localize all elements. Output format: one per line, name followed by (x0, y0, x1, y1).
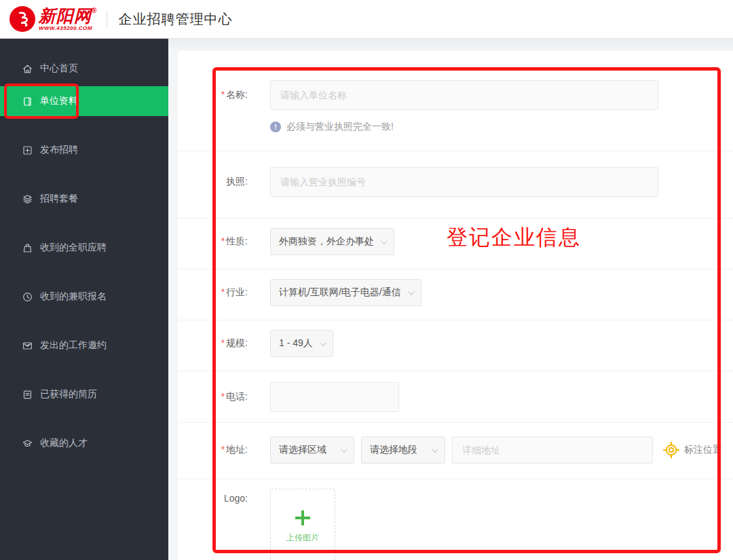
nature-select[interactable]: 外商独资，外企办事处 (270, 228, 394, 255)
envelope-icon (22, 340, 33, 352)
required-asterisk: * (221, 89, 225, 100)
sidebar-item-sent-invitations[interactable]: 发出的工作邀约 (0, 331, 168, 360)
name-note: ! 必须与营业执照完全一致! (270, 121, 733, 133)
industry-select-value: 计算机/互联网/电子电器/通信 (279, 286, 401, 299)
sidebar-item-label: 收到的全职应聘 (40, 242, 107, 254)
form-row-phone: *电话: (178, 371, 733, 423)
nature-select-value: 外商独资，外企办事处 (279, 236, 374, 248)
sidebar-item-label: 发出的工作邀约 (40, 339, 107, 352)
sidebar-item-label: 招聘套餐 (40, 193, 78, 205)
resume-icon (22, 389, 33, 400)
form-row-scale: *规模: 1 - 49人 (178, 320, 733, 371)
form-row-license: 执照: (178, 151, 733, 219)
sidebar-item-label: 发布招聘 (40, 144, 78, 156)
detail-address-input[interactable] (452, 436, 653, 464)
sidebar-item-company-profile[interactable]: 单位资料 (0, 86, 168, 116)
registered-mark: ® (92, 7, 97, 14)
section-select[interactable]: 请选择地段 (361, 436, 445, 464)
site-logo[interactable]: 新阳网® WWW.435200.COM (10, 6, 97, 32)
industry-select[interactable]: 计算机/互联网/电子电器/通信 (270, 279, 421, 306)
logo-label: Logo: (178, 493, 248, 504)
sidebar-item-label: 收藏的人才 (40, 437, 88, 449)
industry-label: *行业: (178, 286, 248, 299)
sidebar-item-job-packages[interactable]: 招聘套餐 (0, 184, 168, 214)
required-asterisk: * (221, 444, 225, 455)
scale-label: *规模: (178, 337, 248, 350)
logo-swoosh-icon (10, 6, 35, 32)
sidebar-item-saved-talents[interactable]: 收藏的人才 (0, 428, 168, 458)
plus-icon (295, 510, 310, 525)
chevron-down-icon (408, 288, 415, 295)
form-row-nature: *性质: 外商独资，外企办事处 (178, 219, 733, 269)
header-divider (107, 10, 107, 28)
sidebar-item-label: 中心首页 (40, 62, 78, 75)
plus-square-icon (22, 145, 33, 156)
sidebar-nav: 中心首页 单位资料 发布招聘 招聘套餐 收到的全职应聘 收到的兼职报名 (0, 39, 168, 560)
required-asterisk: * (221, 286, 225, 297)
chevron-down-icon (432, 446, 438, 453)
phone-label: *电话: (178, 391, 248, 403)
bag-icon (22, 242, 33, 254)
address-label: *地址: (178, 444, 248, 456)
sidebar-item-label: 已获得的简历 (40, 388, 97, 400)
form-row-logo: Logo: 上传图片 (178, 479, 733, 560)
phone-input[interactable] (270, 382, 399, 412)
logo-upload-button[interactable]: 上传图片 (270, 489, 335, 560)
district-select[interactable]: 请选择区域 (270, 436, 354, 464)
sidebar-item-label: 单位资料 (40, 95, 78, 107)
license-label: 执照: (178, 176, 248, 188)
mark-location-label: 标注位置 (684, 444, 722, 456)
district-select-value: 请选择区域 (279, 444, 326, 456)
upload-label: 上传图片 (286, 532, 319, 544)
required-asterisk: * (221, 236, 225, 246)
mark-location-button[interactable]: 标注位置 (662, 441, 722, 459)
chevron-down-icon (381, 238, 388, 244)
required-asterisk: * (221, 391, 225, 402)
form-row-name: *名称: ! 必须与营业执照完全一致! (178, 51, 733, 151)
name-label: *名称: (178, 89, 248, 101)
scale-select-value: 1 - 49人 (279, 337, 313, 350)
chevron-down-icon (320, 339, 326, 346)
form-row-industry: *行业: 计算机/互联网/电子电器/通信 (178, 269, 733, 320)
sidebar-item-parttime-signups[interactable]: 收到的兼职报名 (0, 282, 168, 312)
section-select-value: 请选择地段 (370, 444, 417, 456)
logo-url: WWW.435200.COM (39, 26, 97, 31)
sidebar-item-home[interactable]: 中心首页 (0, 54, 168, 83)
home-icon (22, 63, 33, 75)
nature-label: *性质: (178, 236, 248, 248)
graduation-cap-icon (22, 438, 33, 449)
form-row-address: *地址: 请选择区域 请选择地段 标注位置 (178, 423, 733, 479)
app-header: 新阳网® WWW.435200.COM 企业招聘管理中心 (0, 0, 733, 39)
company-profile-form: *名称: ! 必须与营业执照完全一致! 执照: *性质: 外商独资，外企办事处 … (178, 51, 733, 560)
logo-text: 新阳网® (39, 7, 97, 24)
sidebar-item-obtained-resumes[interactable]: 已获得的简历 (0, 379, 168, 409)
sidebar-item-fulltime-applications[interactable]: 收到的全职应聘 (0, 233, 168, 263)
page-title: 企业招聘管理中心 (118, 10, 232, 29)
scale-select[interactable]: 1 - 49人 (270, 330, 333, 357)
company-name-input[interactable] (270, 80, 658, 110)
layers-icon (22, 193, 33, 205)
required-asterisk: * (221, 337, 225, 348)
sidebar-item-label: 收到的兼职报名 (40, 291, 107, 303)
name-note-text: 必须与营业执照完全一致! (286, 121, 394, 133)
info-icon: ! (270, 122, 281, 132)
sidebar-item-post-job[interactable]: 发布招聘 (0, 135, 168, 165)
clock-icon (22, 291, 33, 303)
header-shadow-strip (168, 39, 733, 51)
business-license-input[interactable] (270, 167, 658, 197)
book-icon (22, 96, 33, 107)
chevron-down-icon (341, 446, 347, 453)
target-icon (662, 441, 680, 459)
